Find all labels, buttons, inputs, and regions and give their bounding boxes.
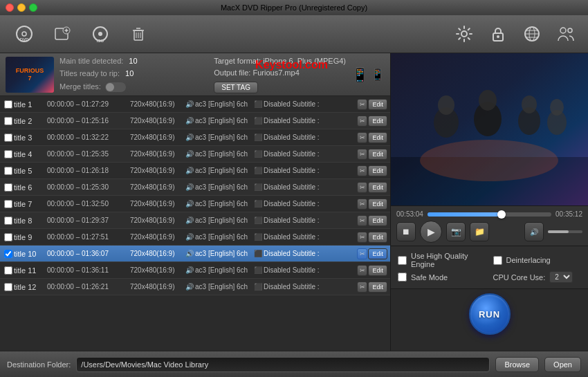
destination-path-input[interactable] [76, 357, 490, 372]
edit-button[interactable]: Edit [368, 265, 387, 276]
row-checkbox[interactable] [3, 250, 14, 258]
scissors-button[interactable]: ✂ [357, 232, 367, 243]
deinterlacing-checkbox[interactable] [493, 256, 502, 265]
screenshot-button[interactable]: 📷 [446, 222, 466, 241]
scissors-button[interactable]: ✂ [357, 215, 367, 226]
edit-button[interactable]: Edit [368, 282, 387, 293]
scissors-button[interactable]: ✂ [357, 132, 367, 143]
folder-button[interactable]: 📁 [470, 222, 489, 241]
row-check-input[interactable] [4, 183, 12, 192]
scissors-button[interactable]: ✂ [357, 182, 367, 193]
scissors-button[interactable]: ✂ [357, 248, 367, 259]
progress-bar[interactable] [428, 212, 551, 217]
edit-button[interactable]: Edit [368, 165, 387, 176]
row-checkbox[interactable] [3, 183, 14, 192]
row-title-name: title 12 [14, 283, 47, 291]
dvd-button[interactable]: DVD [7, 19, 42, 49]
add-button[interactable] [45, 19, 80, 49]
edit-button[interactable]: Edit [368, 182, 387, 193]
settings-button[interactable] [449, 19, 479, 49]
globe-button[interactable] [517, 19, 547, 49]
row-check-input[interactable] [4, 233, 12, 241]
row-check-input[interactable] [4, 283, 12, 291]
volume-bar[interactable] [548, 230, 582, 233]
audio-icon: 🔊 [185, 283, 195, 291]
subtitle-icon: ⬛ [254, 283, 264, 291]
high-quality-checkbox[interactable] [398, 256, 407, 265]
row-check-input[interactable] [4, 100, 12, 109]
stop-button[interactable]: ⏹ [396, 222, 416, 241]
edit-button[interactable]: Edit [368, 248, 387, 259]
row-checkbox[interactable] [3, 167, 14, 175]
edit-button[interactable]: Edit [368, 132, 387, 143]
row-check-input[interactable] [4, 117, 12, 125]
scissors-button[interactable]: ✂ [357, 99, 367, 110]
table-row[interactable]: title 4 00:00:00 – 01:25:35 720x480(16:9… [0, 146, 390, 163]
trash-button[interactable] [121, 19, 156, 49]
table-row[interactable]: title 10 00:00:00 – 01:36:07 720x480(16:… [0, 246, 390, 262]
scissors-button[interactable]: ✂ [357, 199, 367, 210]
row-checkbox[interactable] [3, 233, 14, 241]
deinterlacing-label: Deinterlacing [506, 256, 551, 264]
row-checkbox[interactable] [3, 200, 14, 208]
set-tag-button[interactable]: SET TAG [214, 82, 258, 93]
scissors-button[interactable]: ✂ [357, 265, 367, 276]
open-button[interactable]: Open [544, 357, 581, 372]
audio-icon: 🔊 [185, 200, 195, 208]
scissors-button[interactable]: ✂ [357, 165, 367, 176]
edit-button[interactable]: Edit [368, 149, 387, 160]
table-row[interactable]: title 3 00:00:00 – 01:32:22 720x480(16:9… [0, 129, 390, 146]
row-check-input[interactable] [4, 167, 12, 175]
run-button[interactable]: RUN [469, 293, 511, 335]
scissors-button[interactable]: ✂ [357, 149, 367, 160]
table-row[interactable]: title 5 00:00:00 – 01:26:18 720x480(16:9… [0, 163, 390, 179]
edit-button[interactable]: Edit [368, 99, 387, 110]
edit-button[interactable]: Edit [368, 199, 387, 210]
row-checkbox[interactable] [3, 217, 14, 225]
merge-toggle[interactable] [105, 82, 126, 92]
safe-mode-checkbox[interactable] [398, 273, 407, 282]
row-title-name: title 5 [14, 167, 47, 175]
play-button[interactable]: ▶ [420, 221, 442, 243]
row-audio: ac3 [English] 6ch [195, 167, 254, 174]
row-check-input[interactable] [4, 150, 12, 158]
main-title-label: Main title detected: [59, 55, 123, 68]
table-row[interactable]: title 9 00:00:00 – 01:27:51 720x480(16:9… [0, 229, 390, 246]
users-button[interactable] [551, 19, 581, 49]
row-checkbox[interactable] [3, 134, 14, 142]
cpu-core-select[interactable]: 2134 [549, 271, 573, 283]
row-checkbox[interactable] [3, 100, 14, 109]
row-checkbox[interactable] [3, 117, 14, 125]
table-row[interactable]: title 2 00:00:00 – 01:25:16 720x480(16:9… [0, 113, 390, 129]
row-checkbox[interactable] [3, 150, 14, 158]
row-checkbox[interactable] [3, 283, 14, 291]
row-check-input[interactable] [4, 200, 12, 208]
row-check-input[interactable] [4, 266, 12, 275]
options-panel: Use High Quality Engine Deinterlacing Sa… [391, 246, 588, 288]
high-quality-option: Use High Quality Engine [398, 252, 486, 268]
edit-button[interactable]: Edit [368, 215, 387, 226]
edit-button[interactable]: Edit [368, 232, 387, 243]
edit-button[interactable]: Edit [368, 116, 387, 127]
table-row[interactable]: title 11 00:00:00 – 01:36:11 720x480(16:… [0, 262, 390, 279]
volume-icon[interactable]: 🔊 [524, 222, 544, 241]
table-row[interactable]: title 1 00:00:00 – 01:27:29 720x480(16:9… [0, 96, 390, 113]
info-text: Main title detected: 10 Titles ready to … [59, 55, 208, 93]
row-check-input[interactable] [4, 134, 12, 142]
row-checkbox[interactable] [3, 266, 14, 275]
lock-button[interactable] [483, 19, 513, 49]
scissors-button[interactable]: ✂ [357, 116, 367, 127]
minimize-button[interactable] [17, 3, 26, 12]
table-row[interactable]: title 6 00:00:00 – 01:25:30 720x480(16:9… [0, 179, 390, 196]
maximize-button[interactable] [29, 3, 37, 12]
close-button[interactable] [6, 3, 14, 12]
iso-button[interactable]: ISO [83, 19, 118, 49]
table-row[interactable]: title 8 00:00:00 – 01:29:37 720x480(16:9… [0, 212, 390, 229]
table-row[interactable]: title 7 00:00:00 – 01:32:50 720x480(16:9… [0, 196, 390, 212]
row-check-input[interactable] [4, 217, 12, 225]
scissors-button[interactable]: ✂ [357, 282, 367, 293]
table-row[interactable]: title 12 00:00:00 – 01:26:21 720x480(16:… [0, 279, 390, 295]
browse-button[interactable]: Browse [495, 357, 539, 372]
row-time: 00:00:00 – 01:32:22 [47, 134, 130, 141]
row-check-input[interactable] [4, 250, 12, 258]
